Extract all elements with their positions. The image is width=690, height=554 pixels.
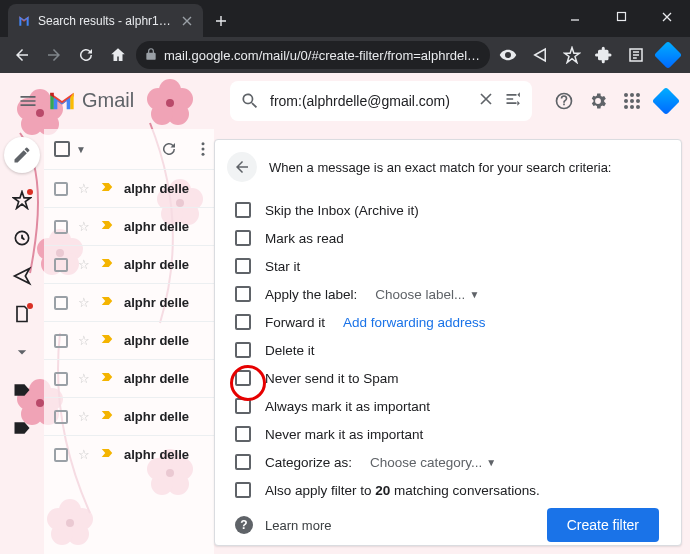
- rail-starred-icon[interactable]: [11, 189, 33, 211]
- svg-point-21: [202, 148, 205, 151]
- search-input[interactable]: from:(alphrdelle@gmail.com): [270, 93, 468, 109]
- mail-row[interactable]: ☆alphr delle: [44, 397, 214, 435]
- brand-extension-icon[interactable]: [654, 41, 682, 69]
- mail-row[interactable]: ☆alphr delle: [44, 435, 214, 473]
- importance-icon[interactable]: [100, 446, 114, 463]
- settings-icon[interactable]: [582, 85, 614, 117]
- checkbox-forward-it[interactable]: [235, 314, 251, 330]
- main-menu-icon[interactable]: [16, 89, 40, 113]
- mail-row[interactable]: ☆alphr delle: [44, 169, 214, 207]
- checkbox-never-important[interactable]: [235, 426, 251, 442]
- rail-label1-icon[interactable]: [11, 379, 33, 401]
- sender-name: alphr delle: [124, 219, 189, 234]
- share-icon[interactable]: [526, 41, 554, 69]
- select-all-dropdown-icon[interactable]: ▼: [76, 144, 86, 155]
- row-checkbox[interactable]: [54, 182, 68, 196]
- checkbox-delete-it[interactable]: [235, 342, 251, 358]
- mail-row[interactable]: ☆alphr delle: [44, 207, 214, 245]
- extensions-icon[interactable]: [590, 41, 618, 69]
- refresh-icon[interactable]: [158, 140, 180, 158]
- window-maximize-icon[interactable]: [598, 2, 644, 32]
- importance-icon[interactable]: [100, 370, 114, 387]
- checkbox-mark-read[interactable]: [235, 230, 251, 246]
- more-icon[interactable]: [192, 140, 214, 158]
- gmail-logo-icon: [48, 90, 76, 112]
- browser-tab[interactable]: Search results - alphr101@gmail...: [8, 4, 203, 37]
- rail-label2-icon[interactable]: [11, 417, 33, 439]
- filter-back-button[interactable]: [227, 152, 257, 182]
- row-checkbox[interactable]: [54, 410, 68, 424]
- row-checkbox[interactable]: [54, 372, 68, 386]
- option-categorize: Categorize as:: [265, 455, 352, 470]
- row-checkbox[interactable]: [54, 448, 68, 462]
- rail-snoozed-icon[interactable]: [11, 227, 33, 249]
- brand-icon[interactable]: [650, 85, 682, 117]
- checkbox-star-it[interactable]: [235, 258, 251, 274]
- importance-icon[interactable]: [100, 332, 114, 349]
- importance-icon[interactable]: [100, 180, 114, 197]
- importance-icon[interactable]: [100, 256, 114, 273]
- star-icon[interactable]: ☆: [78, 409, 90, 424]
- choose-label-dropdown[interactable]: Choose label...▼: [375, 287, 479, 302]
- search-clear-icon[interactable]: [476, 89, 496, 113]
- compose-button[interactable]: [4, 137, 40, 173]
- row-checkbox[interactable]: [54, 220, 68, 234]
- apps-icon[interactable]: [616, 85, 648, 117]
- svg-point-16: [624, 105, 628, 109]
- star-icon[interactable]: ☆: [78, 333, 90, 348]
- eye-icon[interactable]: [494, 41, 522, 69]
- select-all-checkbox[interactable]: [54, 141, 70, 157]
- add-forwarding-link[interactable]: Add forwarding address: [343, 315, 486, 330]
- create-filter-button[interactable]: Create filter: [547, 508, 659, 542]
- rail-more-icon[interactable]: [11, 341, 33, 363]
- mail-row[interactable]: ☆alphr delle: [44, 283, 214, 321]
- star-icon[interactable]: ☆: [78, 257, 90, 272]
- nav-reload-icon[interactable]: [72, 41, 100, 69]
- star-icon[interactable]: ☆: [78, 295, 90, 310]
- nav-forward-icon[interactable]: [40, 41, 68, 69]
- window-close-icon[interactable]: [644, 2, 690, 32]
- support-icon[interactable]: [548, 85, 580, 117]
- gmail-logo[interactable]: Gmail: [48, 89, 134, 112]
- readmode-icon[interactable]: [622, 41, 650, 69]
- search-options-icon[interactable]: [504, 89, 524, 113]
- row-checkbox[interactable]: [54, 334, 68, 348]
- option-mark-read: Mark as read: [265, 231, 344, 246]
- mail-row[interactable]: ☆alphr delle: [44, 245, 214, 283]
- sender-name: alphr delle: [124, 447, 189, 462]
- star-icon[interactable]: ☆: [78, 181, 90, 196]
- svg-point-12: [636, 93, 640, 97]
- option-also-apply: Also apply filter to 20 matching convers…: [265, 483, 540, 498]
- rail-drafts-icon[interactable]: [11, 303, 33, 325]
- address-bar[interactable]: mail.google.com/mail/u/0/#create-filter/…: [136, 41, 490, 69]
- row-checkbox[interactable]: [54, 258, 68, 272]
- mail-row[interactable]: ☆alphr delle: [44, 359, 214, 397]
- checkbox-always-important[interactable]: [235, 398, 251, 414]
- checkbox-skip-inbox[interactable]: [235, 202, 251, 218]
- choose-category-dropdown[interactable]: Choose category...▼: [370, 455, 496, 470]
- star-icon[interactable]: ☆: [78, 371, 90, 386]
- rail-sent-icon[interactable]: [11, 265, 33, 287]
- bookmark-icon[interactable]: [558, 41, 586, 69]
- search-icon: [238, 91, 262, 111]
- checkbox-apply-label[interactable]: [235, 286, 251, 302]
- option-apply-label: Apply the label:: [265, 287, 357, 302]
- checkbox-categorize[interactable]: [235, 454, 251, 470]
- importance-icon[interactable]: [100, 218, 114, 235]
- nav-back-icon[interactable]: [8, 41, 36, 69]
- nav-home-icon[interactable]: [104, 41, 132, 69]
- window-minimize-icon[interactable]: [552, 2, 598, 32]
- tab-close-icon[interactable]: [179, 13, 195, 29]
- importance-icon[interactable]: [100, 294, 114, 311]
- star-icon[interactable]: ☆: [78, 219, 90, 234]
- importance-icon[interactable]: [100, 408, 114, 425]
- new-tab-button[interactable]: [207, 7, 235, 35]
- option-never-spam: Never send it to Spam: [265, 371, 399, 386]
- star-icon[interactable]: ☆: [78, 447, 90, 462]
- learn-more-link[interactable]: ?Learn more: [235, 516, 331, 534]
- mail-row[interactable]: ☆alphr delle: [44, 321, 214, 359]
- search-box[interactable]: from:(alphrdelle@gmail.com): [230, 81, 532, 121]
- checkbox-also-apply[interactable]: [235, 482, 251, 498]
- row-checkbox[interactable]: [54, 296, 68, 310]
- checkbox-never-spam[interactable]: [235, 370, 251, 386]
